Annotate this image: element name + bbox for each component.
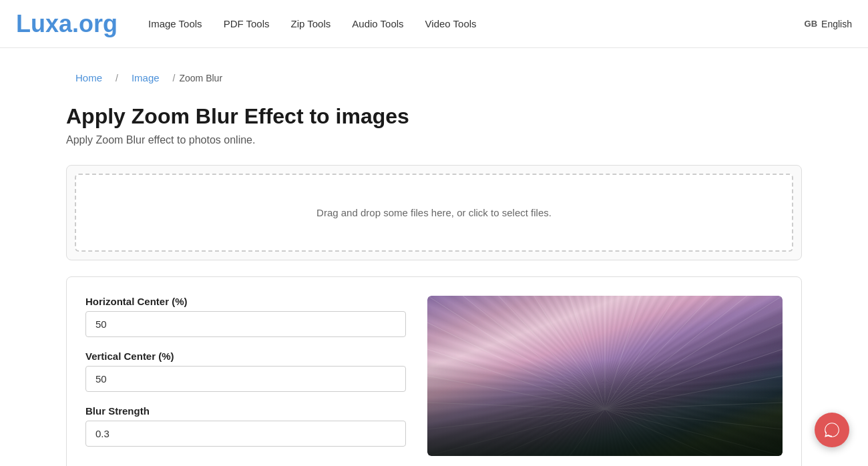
nav-zip-tools[interactable]: Zip Tools: [282, 13, 341, 35]
svg-line-23: [427, 403, 605, 409]
breadcrumb-image[interactable]: Image: [122, 67, 169, 89]
vertical-center-label: Vertical Center (%): [85, 351, 406, 362]
header: Luxa.org Image Tools PDF Tools Zip Tools…: [0, 0, 868, 48]
language-flag: GB: [805, 19, 818, 29]
vertical-center-group: Vertical Center (%): [85, 351, 406, 392]
svg-line-10: [605, 296, 783, 409]
blur-strength-input[interactable]: [85, 421, 406, 447]
blur-strength-group: Blur Strength: [85, 405, 406, 447]
breadcrumb-home[interactable]: Home: [66, 67, 112, 89]
nav-video-tools[interactable]: Video Tools: [416, 13, 486, 35]
svg-line-26: [427, 322, 605, 409]
horizontal-center-group: Horizontal Center (%): [85, 296, 406, 337]
chat-icon: [823, 421, 841, 439]
breadcrumb-current: Zoom Blur: [180, 73, 223, 83]
svg-line-13: [605, 376, 783, 409]
svg-line-21: [427, 409, 605, 456]
preview-image-container: [427, 296, 783, 456]
breadcrumb-sep-1: /: [116, 73, 118, 83]
svg-line-14: [605, 403, 783, 409]
main-content: Home / Image / Zoom Blur Apply Zoom Blur…: [50, 48, 818, 466]
svg-line-11: [605, 322, 783, 409]
drop-zone-text: Drag and drop some files here, or click …: [316, 207, 552, 218]
svg-line-8: [605, 296, 712, 409]
page-title: Apply Zoom Blur Effect to images: [66, 103, 802, 129]
nav-pdf-tools[interactable]: PDF Tools: [214, 13, 279, 35]
svg-line-12: [605, 349, 783, 409]
svg-line-22: [427, 409, 605, 429]
horizontal-center-input[interactable]: [85, 311, 406, 337]
controls-panel: Horizontal Center (%) Vertical Center (%…: [66, 276, 802, 466]
breadcrumb-sep-2: /: [173, 73, 176, 83]
svg-line-15: [605, 409, 783, 429]
page-subtitle: Apply Zoom Blur effect to photos online.: [66, 134, 802, 146]
svg-line-4: [570, 296, 605, 409]
controls-layout: Horizontal Center (%) Vertical Center (%…: [85, 296, 783, 456]
drop-zone-wrapper: Drag and drop some files here, or click …: [66, 165, 802, 260]
zoom-lines-overlay: [427, 296, 783, 456]
svg-line-20: [498, 409, 605, 456]
main-nav: Image Tools PDF Tools Zip Tools Audio To…: [139, 13, 805, 35]
nav-image-tools[interactable]: Image Tools: [139, 13, 212, 35]
svg-line-1: [463, 296, 605, 409]
svg-line-16: [605, 409, 783, 456]
chat-button[interactable]: [815, 413, 849, 447]
svg-line-19: [570, 409, 605, 456]
svg-line-25: [427, 349, 605, 409]
svg-line-18: [605, 409, 640, 456]
breadcrumb: Home / Image / Zoom Blur: [66, 67, 802, 89]
svg-line-3: [534, 296, 605, 409]
drop-zone[interactable]: Drag and drop some files here, or click …: [75, 174, 793, 252]
svg-line-9: [605, 296, 747, 409]
svg-line-0: [427, 296, 605, 409]
controls-left: Horizontal Center (%) Vertical Center (%…: [85, 296, 406, 447]
vertical-center-input[interactable]: [85, 366, 406, 392]
language-selector[interactable]: GB English: [805, 19, 852, 29]
preview-image: [427, 296, 783, 456]
svg-line-6: [605, 296, 640, 409]
horizontal-center-label: Horizontal Center (%): [85, 296, 406, 307]
nav-audio-tools[interactable]: Audio Tools: [343, 13, 413, 35]
site-logo[interactable]: Luxa.org: [16, 10, 118, 38]
svg-line-17: [605, 409, 712, 456]
svg-line-24: [427, 376, 605, 409]
svg-line-7: [605, 296, 676, 409]
blur-strength-label: Blur Strength: [85, 405, 406, 417]
language-label: English: [821, 19, 852, 29]
svg-line-2: [498, 296, 605, 409]
